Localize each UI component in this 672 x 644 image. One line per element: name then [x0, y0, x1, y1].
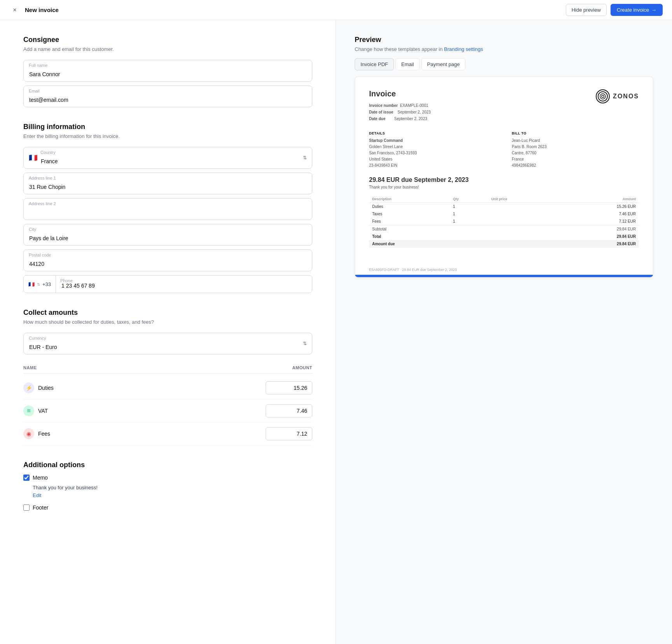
- duties-row-left: ⚡ Duties: [23, 382, 54, 393]
- row-fees-desc: Fees: [369, 218, 450, 225]
- row-duties-unit: [488, 203, 559, 211]
- consignee-section: Consignee Add a name and email for this …: [23, 36, 312, 107]
- fees-row-left: ◉ Fees: [23, 428, 50, 439]
- row-taxes-qty: 1: [450, 210, 488, 218]
- phone-prefix-selector[interactable]: 🇫🇷 ⇅ +33: [24, 276, 56, 293]
- phone-field: 🇫🇷 ⇅ +33: [23, 275, 312, 293]
- country-wrapper: 🇫🇷 Country France ⇅: [23, 147, 312, 169]
- country-select[interactable]: France: [23, 147, 312, 169]
- address1-input[interactable]: [23, 173, 312, 194]
- consignee-title: Consignee: [23, 36, 312, 44]
- full-name-input[interactable]: [23, 60, 312, 82]
- email-input[interactable]: [23, 86, 312, 107]
- memo-edit-button[interactable]: Edit: [33, 492, 41, 498]
- create-invoice-button[interactable]: Create invoice →: [611, 4, 663, 16]
- currency-select[interactable]: EUR - Euro: [23, 333, 312, 354]
- footer-label: Footer: [33, 504, 48, 511]
- row-duties-amount: 15.26 EUR: [559, 203, 639, 211]
- address2-input[interactable]: [23, 198, 312, 220]
- bill-from: Details Startup Command Golden Street La…: [369, 131, 496, 169]
- tab-email[interactable]: Email: [396, 58, 420, 70]
- main-layout: Consignee Add a name and email for this …: [0, 20, 672, 644]
- memo-checkbox[interactable]: [23, 475, 30, 481]
- phone-input[interactable]: [56, 276, 312, 293]
- currency-wrapper: Currency EUR - Euro ⇅: [23, 333, 312, 354]
- footer-checkbox[interactable]: [23, 504, 30, 511]
- logo-text: ZONOS: [613, 93, 639, 100]
- col-amount: Amount: [559, 195, 639, 203]
- row-taxes-desc: Taxes: [369, 210, 450, 218]
- fees-label: Fees: [38, 431, 50, 437]
- header-left: × New invoice: [9, 5, 59, 16]
- hide-preview-button[interactable]: Hide preview: [566, 4, 607, 16]
- row-fees-amount: 7.12 EUR: [559, 218, 639, 225]
- duties-row: ⚡ Duties: [23, 377, 312, 400]
- phone-prefix-code: +33: [42, 281, 51, 287]
- subtotal-row: Subtotal 29.84 EUR: [369, 225, 639, 233]
- invoice-logo: ZONOS: [596, 89, 639, 103]
- svg-point-2: [602, 95, 604, 98]
- tab-payment-page[interactable]: Payment page: [421, 58, 466, 70]
- amount-due-row: Amount due 29.84 EUR: [369, 240, 639, 248]
- memo-label: Memo: [33, 475, 48, 481]
- invoice-table: Description Qty Unit price Amount Duties…: [369, 195, 639, 248]
- right-panel: Preview Change how these templates appea…: [336, 20, 672, 644]
- city-wrapper: City: [23, 224, 312, 246]
- svg-point-0: [598, 92, 607, 101]
- billing-section: Billing information Enter the billing in…: [23, 123, 312, 293]
- bill-to-label: Bill To: [512, 131, 639, 135]
- amount-column-header: AMOUNT: [292, 365, 312, 370]
- city-input[interactable]: [23, 224, 312, 246]
- fees-icon: ◉: [23, 428, 34, 439]
- row-duties-qty: 1: [450, 203, 488, 211]
- email-wrapper: Email: [23, 86, 312, 107]
- footer-container: Footer: [23, 504, 312, 511]
- vat-row-left: ≡ VAT: [23, 405, 48, 416]
- collect-title: Collect amounts: [23, 309, 312, 317]
- total-value: 29.84 EUR: [559, 233, 639, 240]
- subtotal-label: Subtotal: [369, 225, 559, 233]
- invoice-footer-bar: [355, 275, 653, 277]
- amount-table: NAME AMOUNT ⚡ Duties ≡ VAT: [23, 362, 312, 445]
- postal-wrapper: Postal code: [23, 250, 312, 271]
- page-title: New invoice: [25, 7, 59, 13]
- footer-row: Footer: [23, 504, 312, 511]
- branding-settings-link[interactable]: Branding settings: [444, 46, 483, 52]
- invoice-due-amount: 29.84 EUR due September 2, 2023: [369, 176, 639, 183]
- invoice-title: Invoice: [369, 89, 430, 98]
- close-button[interactable]: ×: [9, 5, 20, 16]
- amount-due-label: Amount due: [369, 240, 559, 248]
- table-row: Duties 1 15.26 EUR: [369, 203, 639, 211]
- billing-fields: 🇫🇷 Country France ⇅ Address line 1 Addre…: [23, 147, 312, 293]
- vat-input[interactable]: [266, 404, 312, 417]
- preview-title: Preview: [355, 36, 653, 44]
- fees-input[interactable]: [266, 427, 312, 440]
- left-panel: Consignee Add a name and email for this …: [0, 20, 336, 644]
- consignee-fields: Full name Email: [23, 60, 312, 107]
- billing-desc: Enter the billing information for this i…: [23, 133, 312, 139]
- vat-icon: ≡: [23, 405, 34, 416]
- preview-desc: Change how these templates appear in Bra…: [355, 46, 653, 52]
- invoice-footer-text: E5A605FO-DRAFT · 29.84 EUR due September…: [355, 265, 653, 275]
- duties-input[interactable]: [266, 381, 312, 394]
- row-fees-qty: 1: [450, 218, 488, 225]
- invoice-left: Invoice Invoice number EXAMPLE-0001 Date…: [369, 89, 430, 122]
- row-taxes-amount: 7.46 EUR: [559, 210, 639, 218]
- consignee-desc: Add a name and email for this customer.: [23, 46, 312, 52]
- vat-row: ≡ VAT: [23, 400, 312, 422]
- row-fees-unit: [488, 218, 559, 225]
- country-flag: 🇫🇷: [29, 154, 37, 162]
- address1-wrapper: Address line 1: [23, 173, 312, 194]
- postal-input[interactable]: [23, 250, 312, 271]
- col-unit-price: Unit price: [488, 195, 559, 203]
- details-label: Details: [369, 131, 496, 135]
- memo-row: Memo: [23, 475, 312, 481]
- memo-text: Thank you for your business!: [33, 485, 312, 490]
- subtotal-value: 29.84 EUR: [559, 225, 639, 233]
- memo-container: Memo Thank you for your business! Edit: [23, 475, 312, 498]
- app-header: × New invoice Hide preview Create invoic…: [0, 0, 672, 20]
- total-label: Total: [369, 233, 559, 240]
- vat-label: VAT: [38, 408, 48, 414]
- invoice-header-row: Invoice Invoice number EXAMPLE-0001 Date…: [369, 89, 639, 122]
- tab-invoice-pdf[interactable]: Invoice PDF: [355, 58, 394, 70]
